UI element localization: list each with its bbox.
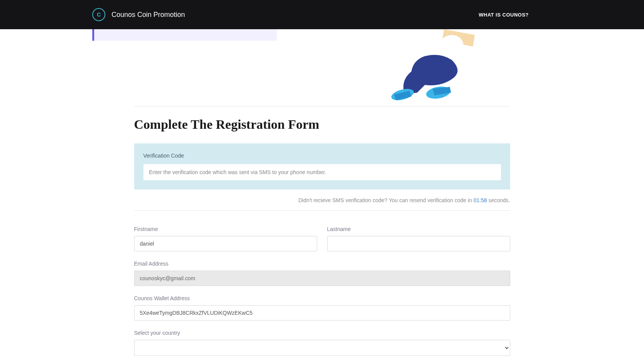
firstname-label: Firstname — [134, 226, 317, 232]
wallet-group: Counos Wallet Address — [134, 295, 510, 321]
verification-box: Verification Code — [134, 143, 510, 189]
email-input — [134, 271, 510, 286]
hero-section — [0, 29, 644, 106]
wallet-label: Counos Wallet Address — [134, 295, 510, 301]
resend-text-after: seconds. — [487, 197, 510, 203]
counos-logo-icon — [92, 8, 105, 21]
name-row: Firstname Lastname — [134, 226, 510, 251]
firstname-group: Firstname — [134, 226, 317, 251]
page-title: Complete The Registration Form — [134, 117, 510, 132]
lastname-label: Lastname — [327, 226, 510, 232]
verification-label: Verification Code — [143, 153, 501, 159]
resend-timer: 01:58 — [474, 197, 487, 203]
hero-info-block — [94, 29, 277, 41]
svg-point-0 — [440, 35, 463, 54]
header-left: Counos Coin Promotion — [92, 8, 185, 21]
hero-illustration — [375, 25, 483, 114]
verification-code-input[interactable] — [143, 164, 501, 180]
site-title: Counos Coin Promotion — [111, 11, 185, 19]
country-group: Select your country — [134, 330, 510, 356]
main-content: Complete The Registration Form Verificat… — [134, 106, 510, 359]
nav-what-is-counos[interactable]: WHAT IS COUNOS? — [479, 12, 529, 18]
email-label: Email Address — [134, 261, 510, 267]
lastname-group: Lastname — [327, 226, 510, 251]
firstname-input[interactable] — [134, 236, 317, 251]
lastname-input[interactable] — [327, 236, 510, 251]
main-header: Counos Coin Promotion WHAT IS COUNOS? — [0, 0, 644, 29]
country-select[interactable] — [134, 340, 510, 356]
form-divider — [134, 210, 510, 211]
email-group: Email Address — [134, 261, 510, 286]
resend-text-before: Didn't recieve SMS verification code? Yo… — [298, 197, 474, 203]
country-label: Select your country — [134, 330, 510, 336]
resend-info: Didn't recieve SMS verification code? Yo… — [134, 197, 510, 203]
person-sitting-illustration — [375, 25, 483, 114]
wallet-address-input[interactable] — [134, 305, 510, 321]
